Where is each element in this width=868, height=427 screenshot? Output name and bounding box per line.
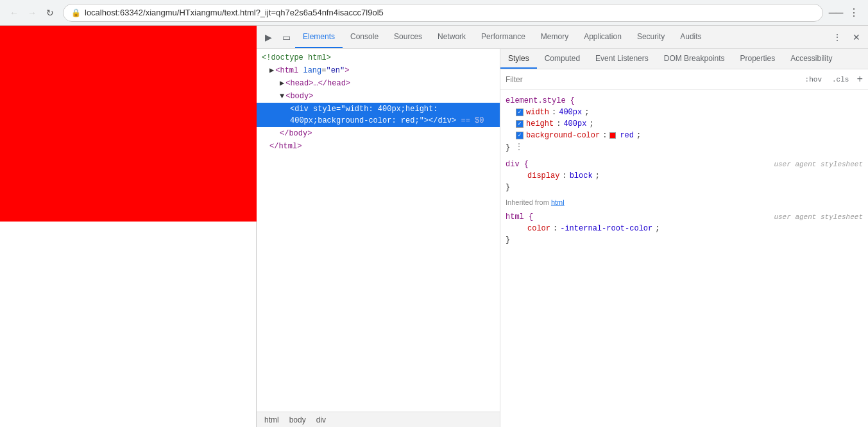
style-tab-event-listeners[interactable]: Event Listeners (588, 49, 656, 69)
devtools-panel: ▶ ▭ Elements Console Sources Network Per… (257, 26, 868, 427)
nav-buttons: ← → ↻ (6, 5, 58, 21)
tab-application[interactable]: Application (576, 26, 629, 48)
profile-button[interactable]: ── (828, 5, 844, 21)
cls-button[interactable]: .cls (830, 74, 851, 85)
devtools-toolbar-right: ⋮ ✕ (828, 28, 865, 46)
style-tab-properties[interactable]: Properties (732, 49, 783, 69)
browser-chrome: ← → ↻ 🔒 localhost:63342/xiangmu/HTxiangm… (0, 0, 868, 26)
rule-color[interactable]: color: -internal-root-color; (506, 223, 863, 234)
devtools-toolbar: ▶ ▭ Elements Console Sources Network Per… (257, 26, 868, 49)
tab-network[interactable]: Network (430, 26, 473, 48)
dom-line-head[interactable]: ▶<head>…</head> (257, 77, 500, 90)
style-tab-accessibility[interactable]: Accessibility (783, 49, 840, 69)
page-content (0, 26, 257, 427)
more-button[interactable]: ⋮ (846, 5, 862, 21)
color-swatch-red[interactable] (609, 132, 616, 139)
red-box (0, 26, 257, 222)
url-text: localhost:63342/xiangmu/HTxiangmu/text.h… (85, 8, 815, 17)
tab-elements[interactable]: Elements (295, 26, 343, 48)
filter-actions: :hov .cls + (803, 74, 863, 85)
rule-width[interactable]: width: 400px; (506, 107, 863, 118)
style-tab-computed[interactable]: Computed (537, 49, 588, 69)
forward-button[interactable]: → (24, 5, 40, 21)
dom-line-html[interactable]: ▶<html lang="en"> (257, 64, 500, 77)
rule-selector-element[interactable]: element.style { (506, 95, 863, 107)
tab-memory[interactable]: Memory (533, 26, 576, 48)
dom-panel: <!doctype html> ▶<html lang="en"> ▶<head… (257, 49, 500, 427)
devtools-tabs: Elements Console Sources Network Perform… (295, 26, 828, 48)
dom-line-doctype[interactable]: <!doctype html> (257, 51, 500, 64)
devtools-more-button[interactable]: ⋮ (828, 28, 846, 46)
div-rule-closing: } (506, 182, 863, 193)
rule-more-button[interactable]: ⋮ (515, 142, 523, 152)
rule-height[interactable]: height: 400px; (506, 118, 863, 130)
div-rule-header: div { user agent stylesheet (506, 159, 863, 170)
styles-content: element.style { width: 400px; height: 40… (500, 90, 868, 427)
devtools-close-button[interactable]: ✕ (847, 28, 865, 46)
tab-sources[interactable]: Sources (386, 26, 430, 48)
styles-panel: Styles Computed Event Listeners DOM Brea… (500, 49, 868, 427)
div-user-agent-rule: div { user agent stylesheet display: blo… (500, 156, 868, 196)
add-style-button[interactable]: + (856, 74, 863, 85)
tab-performance[interactable]: Performance (473, 26, 533, 48)
rule-closing-brace: } ⋮ (506, 141, 863, 153)
breadcrumb-body[interactable]: body (287, 414, 309, 426)
breadcrumb-html[interactable]: html (262, 414, 282, 426)
main-layout: ▶ ▭ Elements Console Sources Network Per… (0, 26, 868, 427)
chrome-menu: ── ⋮ (828, 5, 862, 21)
dom-line-body[interactable]: ▼<body> (257, 90, 500, 103)
breadcrumb-div[interactable]: div (314, 414, 328, 426)
dom-line-html-close[interactable]: </html> (257, 140, 500, 153)
lock-icon: 🔒 (71, 8, 81, 17)
user-agent-source-1: user agent stylesheet (774, 159, 863, 170)
dom-breadcrumb: html body div (257, 412, 500, 427)
bg-color-checkbox[interactable] (516, 132, 523, 139)
inherited-from-html: Inherited from html (500, 196, 868, 209)
inspect-element-button[interactable]: ▶ (259, 28, 277, 46)
dom-line-div-selected[interactable]: <div style="width: 400px;height: 400px;b… (257, 103, 500, 127)
devtools-body: <!doctype html> ▶<html lang="en"> ▶<head… (257, 49, 868, 427)
filter-bar: :hov .cls + (500, 69, 868, 90)
inherited-html-link[interactable]: html (551, 198, 565, 206)
device-toolbar-button[interactable]: ▭ (277, 28, 295, 46)
tab-audits[interactable]: Audits (672, 26, 709, 48)
styles-tabs: Styles Computed Event Listeners DOM Brea… (500, 49, 868, 69)
rule-bg-color[interactable]: background-color: red; (506, 130, 863, 141)
style-tab-dom-breakpoints[interactable]: DOM Breakpoints (656, 49, 733, 69)
address-bar[interactable]: 🔒 localhost:63342/xiangmu/HTxiangmu/text… (63, 4, 823, 22)
hov-button[interactable]: :hov (803, 74, 824, 85)
dom-line-body-close[interactable]: </body> (257, 127, 500, 140)
tab-console[interactable]: Console (343, 26, 386, 48)
style-tab-styles[interactable]: Styles (500, 49, 537, 69)
html-rule-header: html { user agent stylesheet (506, 211, 863, 223)
width-checkbox[interactable] (516, 109, 523, 116)
height-checkbox[interactable] (516, 120, 523, 128)
html-rule-closing: } (506, 234, 863, 246)
user-agent-source-2: user agent stylesheet (774, 211, 863, 223)
filter-input[interactable] (506, 75, 803, 84)
back-button[interactable]: ← (6, 5, 22, 21)
element-style-rule: element.style { width: 400px; height: 40… (500, 92, 868, 156)
reload-button[interactable]: ↻ (42, 5, 58, 21)
html-user-agent-rule: html { user agent stylesheet color: -int… (500, 209, 868, 248)
tab-security[interactable]: Security (629, 26, 672, 48)
rule-display[interactable]: display: block; (506, 170, 863, 182)
